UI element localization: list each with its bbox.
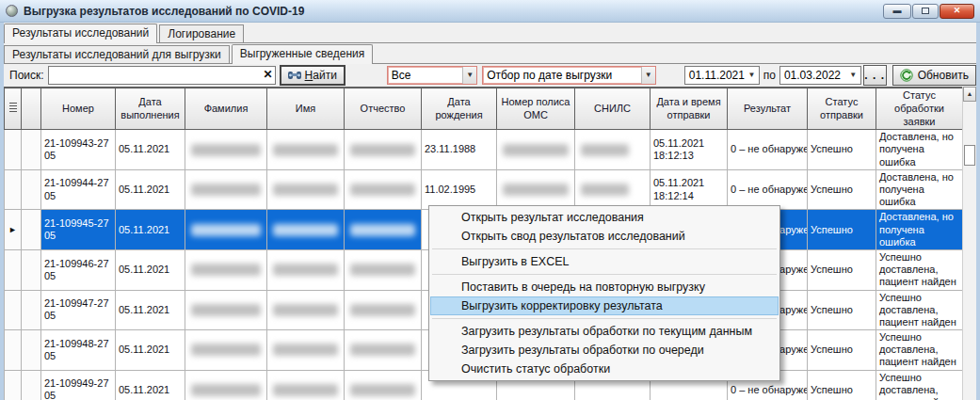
close-button[interactable]: ✕ (940, 4, 974, 19)
cell-send_status[interactable]: Успешно (808, 290, 876, 330)
cell-number[interactable]: 21-109946-2705 (41, 249, 116, 290)
cell-fio3[interactable] (345, 210, 422, 250)
cell-send_status[interactable]: Успешно (808, 370, 876, 400)
cell-number[interactable]: 21-109949-2705 (41, 370, 116, 400)
cell-fio2[interactable] (267, 210, 345, 250)
column-header-7[interactable]: СНИЛС (575, 88, 651, 130)
column-header-2[interactable]: Фамилия (185, 88, 267, 130)
row-selector-cell[interactable] (22, 370, 41, 400)
cell-fio3[interactable] (345, 290, 422, 330)
cell-number[interactable]: 21-109944-2705 (41, 169, 116, 210)
cell-sent_at[interactable]: 05.11.2021 18:12:13 (651, 130, 728, 170)
cell-polis[interactable] (497, 169, 575, 210)
cell-send_status[interactable]: Успешно (808, 249, 876, 290)
context-menu-item-0[interactable]: Открыть результат исследования (430, 208, 779, 227)
context-menu-item-7[interactable]: Очистить статус обработки (430, 360, 779, 378)
cell-exec_date[interactable]: 05.11.2021 (116, 169, 185, 210)
cell-send_status[interactable]: Успешно (808, 169, 876, 210)
context-menu-item-4[interactable]: Выгрузить корректировку результата (430, 296, 779, 315)
vertical-scrollbar[interactable]: ▲ (962, 87, 976, 400)
chevron-down-icon[interactable]: ▼ (462, 67, 476, 84)
cell-exec_date[interactable]: 05.11.2021 (116, 130, 185, 170)
cell-number[interactable]: 21-109943-2705 (41, 130, 116, 170)
column-header-8[interactable]: Дата и время отправки (651, 88, 728, 130)
chevron-down-icon[interactable]: ▼ (745, 67, 759, 84)
column-header-3[interactable]: Имя (267, 88, 345, 130)
cell-process_status[interactable]: Успешно доставлена, пациент найден (876, 370, 963, 400)
cell-fio3[interactable] (345, 330, 422, 371)
column-header-0[interactable]: Номер (41, 88, 116, 130)
refresh-button[interactable]: Обновить (892, 65, 976, 86)
cell-exec_date[interactable]: 05.11.2021 (116, 370, 185, 400)
cell-send_status[interactable]: Успешно (808, 130, 876, 170)
table-row[interactable]: 21-109944-270505.11.202111.02.199505.11.… (5, 169, 963, 210)
chevron-down-icon[interactable]: ▼ (641, 67, 655, 84)
context-menu-item-6[interactable]: Загрузить результаты обработки по очеред… (430, 341, 779, 360)
column-header-1[interactable]: Дата выполнения (116, 88, 185, 130)
maximize-button[interactable] (912, 4, 939, 19)
cell-fio3[interactable] (345, 169, 422, 210)
table-row[interactable]: 21-109943-270505.11.202123.11.198805.11.… (5, 130, 963, 170)
chevron-down-icon[interactable]: ▼ (846, 67, 860, 84)
row-selector-cell[interactable] (22, 330, 41, 371)
cell-snils[interactable] (575, 130, 651, 170)
cell-fio1[interactable] (185, 330, 267, 371)
cell-fio3[interactable] (345, 130, 422, 170)
cell-number[interactable]: 21-109947-2705 (41, 290, 116, 330)
cell-fio2[interactable] (267, 370, 345, 400)
cell-number[interactable]: 21-109945-2705 (41, 210, 116, 250)
cell-send_status[interactable]: Успешно (808, 210, 876, 250)
date-to-picker[interactable]: 01.03.2022 ▼ (779, 66, 861, 85)
cell-snils[interactable] (575, 169, 651, 210)
filter-all-combobox[interactable]: Все ▼ (387, 66, 477, 85)
cell-fio1[interactable] (185, 370, 267, 400)
cell-fio1[interactable] (185, 290, 267, 330)
cell-process_status[interactable]: Успешно доставлена, пациент найден (876, 330, 963, 371)
tab-research-results[interactable]: Результаты исследований (4, 24, 157, 43)
cell-fio3[interactable] (345, 249, 422, 290)
minimize-button[interactable]: ▬ (883, 4, 911, 19)
cell-fio1[interactable] (185, 210, 267, 250)
column-header-11[interactable]: Статус обработки заявки (876, 88, 963, 130)
scrollbar-thumb[interactable] (964, 145, 975, 166)
column-header-5[interactable]: Дата рождения (422, 88, 497, 130)
more-dates-button[interactable]: . . . (863, 65, 887, 86)
cell-birth_date[interactable]: 23.11.1988 (422, 130, 497, 170)
search-input[interactable] (48, 66, 276, 85)
column-header-9[interactable]: Результат (728, 88, 808, 130)
cell-process_status[interactable]: Доставлена, но получена ошибка (876, 210, 963, 250)
row-selector-cell[interactable] (22, 210, 41, 250)
cell-fio3[interactable] (345, 370, 422, 400)
cell-send_status[interactable]: Успешно (808, 330, 876, 371)
context-menu-item-2[interactable]: Выгрузить в EXCEL (430, 252, 779, 271)
cell-polis[interactable] (497, 130, 575, 170)
date-from-picker[interactable]: 01.11.2021 ▼ (684, 66, 760, 85)
cell-sent_at[interactable]: 05.11.2021 18:12:14 (651, 169, 728, 210)
column-header-4[interactable]: Отчество (345, 88, 422, 130)
find-button[interactable]: Найти (280, 65, 345, 86)
cell-exec_date[interactable]: 05.11.2021 (116, 330, 185, 371)
row-selector-cell[interactable] (22, 290, 41, 330)
tab-logging[interactable]: Логирование (159, 24, 244, 42)
cell-fio2[interactable] (267, 330, 345, 371)
column-header-10[interactable]: Статус отправки (808, 88, 876, 130)
cell-fio2[interactable] (267, 249, 345, 290)
scroll-up-icon[interactable]: ▲ (963, 87, 976, 102)
cell-fio2[interactable] (267, 290, 345, 330)
row-selector-cell[interactable] (22, 130, 41, 170)
cell-process_status[interactable]: Доставлена, но получена ошибка (876, 130, 963, 170)
context-menu-item-1[interactable]: Открыть свод результатов исследований (430, 227, 779, 246)
cell-process_status[interactable]: Успешно доставлена, пациент найден (876, 249, 963, 290)
cell-number[interactable]: 21-109948-2705 (41, 330, 116, 371)
row-selector-cell[interactable] (22, 249, 41, 290)
cell-fio1[interactable] (185, 249, 267, 290)
cell-result[interactable]: 0 – не обнаружен (728, 130, 808, 170)
clear-search-icon[interactable]: ✕ (264, 68, 273, 82)
filter-mode-combobox[interactable]: Отбор по дате выгрузки ▼ (482, 66, 656, 85)
cell-fio2[interactable] (267, 169, 345, 210)
cell-result[interactable]: 0 – не обнаружен (728, 169, 808, 210)
context-menu-item-3[interactable]: Поставить в очередь на повторную выгрузк… (430, 278, 779, 296)
tab-results-for-export[interactable]: Результаты исследований для выгрузки (4, 45, 230, 63)
context-menu-item-5[interactable]: Загрузить результаты обработки по текущи… (430, 322, 779, 341)
row-selector-cell[interactable] (22, 169, 41, 210)
